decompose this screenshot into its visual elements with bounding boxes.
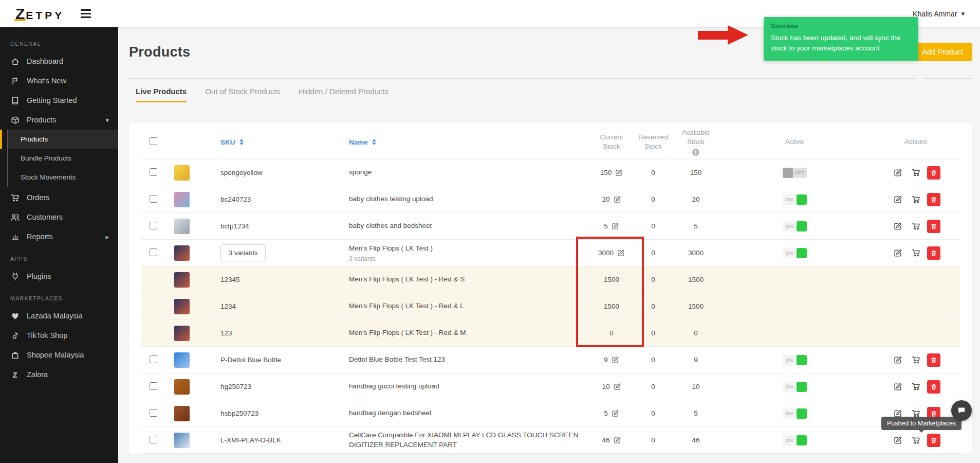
active-toggle[interactable]: ON [783,435,807,446]
available-stock-value: 1500 [674,273,717,287]
reserved-stock-value: 0 [632,406,674,420]
sidebar-item-orders[interactable]: Orders [0,188,118,207]
sidebar-subitem-label: Products [21,135,48,143]
user-menu[interactable]: Khalis Ammar ▾ [913,10,965,18]
active-toggle[interactable]: ON [783,194,807,205]
sidebar-item-products[interactable]: Products ▾ [0,110,118,130]
column-header-sku[interactable]: SKU [220,135,349,149]
edit-stock-icon[interactable] [612,222,619,230]
column-header-name[interactable]: Name [349,135,591,149]
toggle-knob [783,168,793,178]
chat-widget-button[interactable] [951,400,972,421]
push-to-marketplaces-button[interactable] [909,193,922,206]
sidebar-item-tiktok-shop[interactable]: TikTok Shop [0,326,118,345]
push-to-marketplaces-button[interactable] [909,380,922,394]
row-checkbox[interactable] [150,222,157,229]
edit-stock-icon[interactable] [614,195,621,203]
sidebar-item-dashboard[interactable]: Dashboard [0,51,118,71]
available-stock-value: 20 [674,192,717,206]
edit-stock-icon[interactable] [612,356,619,364]
delete-product-button[interactable] [927,353,940,367]
push-to-marketplaces-button[interactable] [909,246,922,260]
edit-product-button[interactable] [891,434,904,447]
push-to-marketplaces-button[interactable] [909,353,922,367]
row-checkbox[interactable] [150,382,157,390]
toggle-knob [797,435,807,446]
menu-toggle-button[interactable] [78,6,94,21]
add-product-button[interactable]: Add Product [913,43,972,61]
sidebar-item-reports[interactable]: Reports ▸ [0,227,118,246]
sidebar-item-plugins[interactable]: Plugins [0,266,118,286]
delete-product-button[interactable] [927,193,940,206]
edit-product-button[interactable] [891,166,904,180]
edit-product-button[interactable] [891,220,904,233]
sidebar-item-label: Shopee Malaysia [27,351,84,359]
variants-button[interactable]: 3 variants [220,244,266,261]
edit-stock-icon[interactable] [614,436,621,444]
delete-product-button[interactable] [927,220,940,233]
edit-stock-icon[interactable] [617,249,625,257]
sidebar-subitem-products[interactable]: Products [8,130,118,149]
edit-stock-icon[interactable] [614,383,621,390]
row-checkbox[interactable] [150,436,157,443]
row-checkbox[interactable] [150,355,157,363]
sidebar-item-customers[interactable]: Customers [0,207,118,227]
delete-product-button[interactable] [927,380,940,394]
reserved-stock-value: 0 [632,353,674,367]
available-stock-value: 46 [674,433,717,447]
active-toggle[interactable]: ON [783,382,807,392]
sidebar-item-label: Lazada Malaysia [27,312,83,320]
sidebar-subitem-bundle-products[interactable]: Bundle Products [8,149,118,168]
current-stock-value: 5 [604,222,608,230]
active-toggle[interactable]: ON [783,408,807,419]
current-stock-value: 3000 [598,249,614,257]
active-toggle[interactable]: ON [783,355,807,365]
sidebar-subitem-stock-movements[interactable]: Stock Movements [8,168,118,187]
tab-live-products[interactable]: Live Products [136,87,187,102]
push-to-marketplaces-button[interactable] [909,220,922,233]
row-checkbox[interactable] [150,248,157,256]
chevron-right-icon: ▸ [105,233,109,241]
sidebar-item-label: Plugins [27,272,51,280]
sidebar-item-zalora[interactable]: Z Zalora [0,365,118,384]
row-checkbox[interactable] [150,168,157,176]
edit-stock-icon[interactable] [615,169,623,176]
search-input[interactable] [129,64,916,79]
select-all-checkbox[interactable] [150,137,157,145]
active-toggle[interactable]: ON [783,248,807,258]
sidebar-item-shopee-malaysia[interactable]: Shopee Malaysia [0,345,118,365]
edit-stock-icon[interactable] [612,409,619,417]
sidebar-item-label: Dashboard [27,57,63,65]
active-toggle[interactable]: OFF [783,168,807,178]
row-checkbox[interactable] [150,409,157,417]
success-toast[interactable]: Success Stock has been updated, and will… [764,17,918,61]
delete-product-button[interactable] [927,246,940,260]
secondary-input[interactable] [923,64,972,79]
sidebar-item-lazada-malaysia[interactable]: Lazada Malaysia [0,306,118,326]
edit-product-button[interactable] [891,193,904,206]
edit-product-button[interactable] [891,353,904,367]
sidebar-item-what-s-new[interactable]: What's New [0,71,118,91]
tab-hidden-deleted-products[interactable]: Hidden / Deleted Products [299,87,389,102]
info-icon[interactable]: i [692,149,699,156]
zetpy-logo[interactable]: Z ETPY [15,5,64,23]
delete-product-button[interactable] [927,166,940,180]
product-name: Men's Flip Flops ( LK Test ) [349,244,591,254]
name-header-label: Name [349,138,368,146]
toast-title: Success [771,22,911,30]
available-stock-value: 5 [674,406,717,420]
active-toggle[interactable]: ON [783,221,807,232]
edit-product-button[interactable] [891,380,904,394]
push-to-marketplaces-button[interactable] [909,166,922,180]
row-checkbox[interactable] [150,195,157,203]
sidebar-item-getting-started[interactable]: Getting Started [0,91,118,110]
current-stock-value: 0 [609,329,614,337]
sidebar-item-label: Zalora [27,370,48,379]
edit-product-button[interactable] [891,246,904,260]
product-name: Men's Flip Flops ( LK Test ) - Red & M [349,328,591,338]
available-stock-value: 3000 [674,246,717,260]
tab-out-of-stock-products[interactable]: Out of Stock Products [205,87,280,102]
delete-product-button[interactable] [927,434,940,447]
push-to-marketplaces-button[interactable] [909,434,922,447]
current-stock-value: 20 [602,195,609,203]
